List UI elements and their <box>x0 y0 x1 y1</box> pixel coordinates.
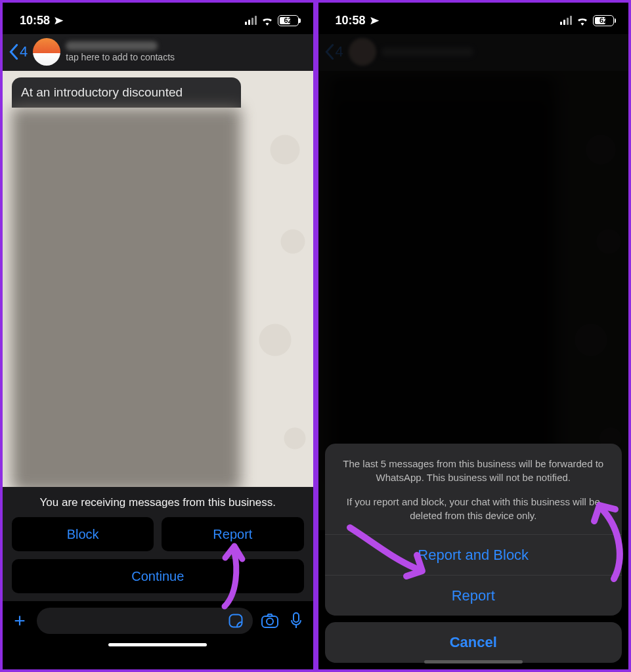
contact-name-redacted <box>381 47 473 56</box>
chat-scroll-area[interactable]: At an introductory discounted <box>3 71 313 487</box>
incoming-message-preview: At an introductory discounted <box>12 77 241 108</box>
contact-avatar[interactable] <box>33 38 60 66</box>
microphone-button[interactable] <box>287 612 305 630</box>
back-count: 4 <box>20 43 28 60</box>
status-bar: 10:58 62 <box>318 3 629 34</box>
cell-signal-icon <box>245 16 257 25</box>
svg-point-2 <box>267 618 273 625</box>
action-sheet-message: The last 5 messages from this business w… <box>325 444 622 534</box>
chat-header: 4 <box>318 34 629 71</box>
back-count: 4 <box>336 43 343 60</box>
location-icon <box>370 16 380 26</box>
location-icon <box>54 16 64 26</box>
report-option[interactable]: Report <box>325 575 622 616</box>
business-prompt-text: You are receiving messages from this bus… <box>12 496 304 509</box>
home-indicator[interactable] <box>318 654 629 669</box>
battery-percent: 62 <box>278 16 298 25</box>
cell-signal-icon <box>560 16 572 25</box>
chat-header: 4 tap here to add to contacts <box>3 34 313 71</box>
contact-title-area[interactable]: tap here to add to contacts <box>66 41 175 62</box>
status-time-group: 10:58 <box>20 14 64 28</box>
report-and-block-option[interactable]: Report and Block <box>325 534 622 575</box>
report-action-sheet: The last 5 messages from this business w… <box>325 444 622 663</box>
message-input-bar: + <box>3 601 313 637</box>
camera-button[interactable] <box>261 612 279 630</box>
wifi-icon <box>261 16 274 26</box>
block-button[interactable]: Block <box>12 517 154 551</box>
report-button[interactable]: Report <box>162 517 303 551</box>
action-sheet-text-1: The last 5 messages from this business w… <box>339 457 608 484</box>
status-time: 10:58 <box>20 14 50 28</box>
message-text: At an introductory discounted <box>21 85 183 99</box>
message-text-input[interactable] <box>37 608 253 634</box>
screenshot-left: 10:58 62 4 tap here to add to co <box>0 0 316 672</box>
attach-add-button[interactable]: + <box>11 612 29 630</box>
sticker-icon[interactable] <box>227 612 245 630</box>
business-prompt-panel: You are receiving messages from this bus… <box>3 487 313 601</box>
continue-button[interactable]: Continue <box>12 559 304 593</box>
contact-avatar[interactable] <box>349 38 376 66</box>
contact-name-redacted <box>66 41 158 51</box>
wifi-icon <box>576 16 589 26</box>
status-indicators: 62 <box>245 15 299 26</box>
action-sheet-text-2: If you report and block, your chat with … <box>339 495 608 522</box>
status-indicators: 62 <box>560 15 614 26</box>
battery-icon: 62 <box>593 15 614 26</box>
status-time: 10:58 <box>336 14 366 28</box>
contact-title-area[interactable] <box>381 47 473 56</box>
back-button[interactable]: 4 <box>325 43 343 60</box>
action-sheet-card: The last 5 messages from this business w… <box>325 444 622 616</box>
battery-percent: 62 <box>594 16 613 25</box>
incoming-message-blurred <box>12 108 241 487</box>
svg-rect-0 <box>229 615 242 627</box>
status-bar: 10:58 62 <box>3 3 313 34</box>
contact-subtitle: tap here to add to contacts <box>66 52 175 62</box>
svg-rect-3 <box>294 613 299 622</box>
battery-icon: 62 <box>278 15 299 26</box>
back-button[interactable]: 4 <box>9 43 28 60</box>
screenshot-right: 10:58 62 4 <box>316 0 632 672</box>
status-time-group: 10:58 <box>336 14 380 28</box>
home-indicator[interactable] <box>3 637 313 652</box>
